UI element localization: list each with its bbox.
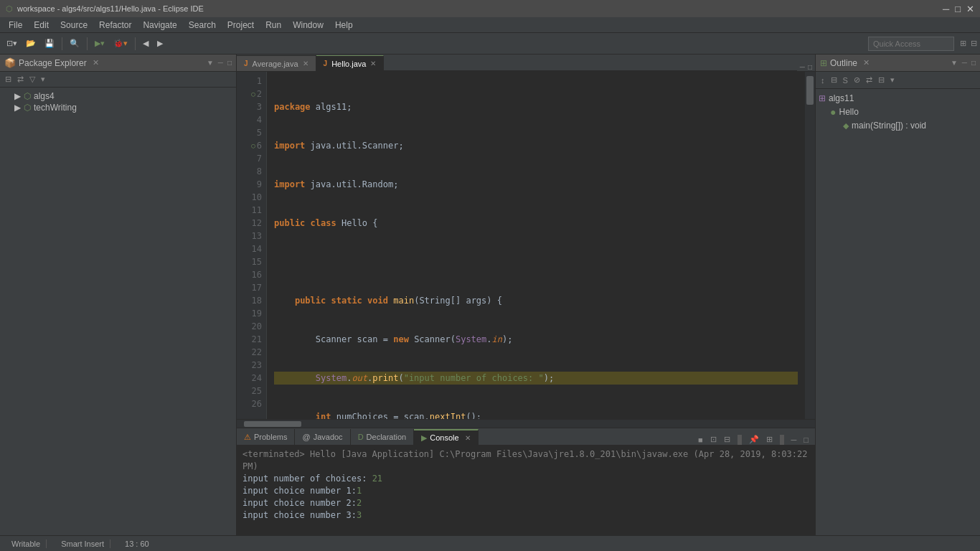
- code-content[interactable]: package algs11; import java.util.Scanner…: [267, 72, 805, 419]
- menu-project[interactable]: Project: [222, 19, 260, 32]
- tab-problems[interactable]: ⚠ Problems: [237, 429, 295, 445]
- package-explorer-icon: 📦: [4, 57, 16, 68]
- menu-refactor[interactable]: Refactor: [93, 19, 137, 32]
- console-new-btn[interactable]: ⊞: [764, 434, 775, 445]
- maximize-button[interactable]: □: [955, 4, 961, 14]
- console-maximize-btn[interactable]: □: [801, 435, 811, 445]
- outline-label: Outline: [830, 58, 857, 68]
- tab-hello-java[interactable]: J Hello.java ✕: [316, 55, 385, 71]
- console-stop-btn[interactable]: ■: [696, 435, 705, 445]
- fold-icon-6[interactable]: ○: [251, 139, 255, 152]
- console-close-icon[interactable]: ✕: [465, 434, 471, 442]
- menu-window[interactable]: Window: [287, 19, 329, 32]
- toolbar: ⊡▾ 📂 💾 🔍 ▶▾ 🐞▾ ◀ ▶ ⊞ ⊟: [0, 33, 980, 55]
- toolbar-new-btn[interactable]: ⊡▾: [3, 37, 21, 50]
- tab-javadoc[interactable]: @ Javadoc: [295, 429, 350, 445]
- tab-average-java[interactable]: J Average.java ✕: [237, 55, 316, 71]
- explorer-filter-btn[interactable]: ▽: [27, 74, 37, 85]
- console-pin-btn[interactable]: 📌: [747, 434, 761, 445]
- collapse-all-btn[interactable]: ⊟: [3, 74, 14, 85]
- explorer-toolbar: ⊟ ⇄ ▽ ▾: [0, 72, 236, 88]
- outline-maximize-btn[interactable]: □: [971, 59, 976, 67]
- outline-sort-btn[interactable]: ↕: [819, 75, 827, 85]
- console-output-line-1: input number of choices: 21: [242, 473, 809, 485]
- tree-item-algs4[interactable]: ▶ ⬡ algs4: [0, 90, 236, 102]
- outline-hide-nonpublic-btn[interactable]: ⊘: [852, 75, 862, 85]
- menu-bar: File Edit Source Refactor Navigate Searc…: [0, 17, 980, 33]
- outline-method-icon: ◆: [843, 121, 849, 131]
- panel-minimize-btn[interactable]: ─: [218, 59, 223, 67]
- bottom-panel: ⚠ Problems @ Javadoc D Declaration ▶ Con…: [237, 428, 815, 535]
- toolbar-next-btn[interactable]: ▶: [154, 37, 166, 50]
- menu-help[interactable]: Help: [329, 19, 359, 32]
- code-line-6: public static void main(String[] args) {: [274, 294, 798, 307]
- outline-class-icon: ●: [830, 106, 836, 118]
- vscroll-thumb[interactable]: [806, 76, 814, 105]
- title-bar: ⬡ workspace - algs4/src/algs11/Hello.jav…: [0, 0, 980, 17]
- toolbar-save-btn[interactable]: 💾: [41, 37, 58, 50]
- outline-collapse-btn[interactable]: ▼: [951, 59, 958, 67]
- toolbar-run-btn[interactable]: ▶▾: [91, 37, 108, 50]
- console-controls: ■ ⊡ ⊟ 📌 ⊞ ─ □: [692, 434, 815, 445]
- menu-edit[interactable]: Edit: [28, 19, 55, 32]
- toolbar-open-btn[interactable]: 📂: [22, 37, 39, 50]
- tab-console[interactable]: ▶ Console ✕: [414, 429, 478, 445]
- tab-declaration-label: Declaration: [367, 433, 407, 441]
- outline-pkg-icon: ⊞: [819, 93, 826, 103]
- toolbar-print-btn[interactable]: 🔍: [66, 37, 83, 50]
- code-line-4: public class Hello {: [274, 217, 798, 230]
- fold-icon-2[interactable]: ○: [251, 88, 255, 100]
- status-writable: Writable: [6, 540, 47, 548]
- outline-hide-static-btn[interactable]: S: [841, 75, 850, 85]
- code-editor: 1 ○2 3 4 5 ○6 7 8 9 10 11 12 13 14 15 16: [237, 72, 815, 419]
- editor-restore-btn[interactable]: □: [808, 63, 812, 71]
- panel-maximize-btn[interactable]: □: [227, 59, 232, 67]
- console-clear-btn[interactable]: ⊡: [708, 434, 719, 445]
- menu-navigate[interactable]: Navigate: [137, 19, 182, 32]
- console-minimize-btn[interactable]: ─: [789, 435, 799, 445]
- menu-file[interactable]: File: [3, 19, 28, 32]
- menu-source[interactable]: Source: [55, 19, 93, 32]
- left-panel: 📦 Package Explorer ✕ ▼ ─ □ ⊟ ⇄ ▽ ▾ ▶ ⬡ a…: [0, 55, 237, 535]
- menu-run[interactable]: Run: [260, 19, 287, 32]
- hscroll-thumb[interactable]: [244, 421, 301, 427]
- editor-maximize-btn[interactable]: ─: [800, 63, 805, 71]
- console-output-line-3: input choice number 2:2: [242, 497, 809, 509]
- tab-close-hello[interactable]: ✕: [370, 60, 376, 67]
- outline-collapse-all-btn[interactable]: ⊟: [876, 75, 887, 85]
- package-explorer-close[interactable]: ✕: [93, 58, 99, 67]
- editor-hscroll[interactable]: [237, 419, 815, 428]
- panel-collapse-btn[interactable]: ▼: [207, 59, 214, 67]
- toolbar-prev-btn[interactable]: ◀: [139, 37, 152, 50]
- outline-hide-fields-btn[interactable]: ⊟: [829, 75, 839, 85]
- outline-item-hello[interactable]: ● Hello: [816, 105, 980, 119]
- console-scroll-lock-btn[interactable]: ⊟: [722, 434, 732, 445]
- code-line-5: [274, 255, 798, 268]
- editor-tabs: J Average.java ✕ J Hello.java ✕ ─ □: [237, 55, 815, 72]
- link-editor-btn[interactable]: ⇄: [15, 74, 26, 85]
- explorer-menu-btn[interactable]: ▾: [39, 74, 47, 85]
- menu-search[interactable]: Search: [183, 19, 222, 32]
- outline-item-algs11[interactable]: ⊞ algs11: [816, 92, 980, 105]
- tab-declaration[interactable]: D Declaration: [351, 429, 415, 445]
- outline-close[interactable]: ✕: [863, 58, 870, 67]
- outline-sync-btn[interactable]: ⇄: [864, 75, 875, 85]
- outline-header: ⊞ Outline ✕ ▼ ─ □: [816, 55, 980, 72]
- package-explorer-header: 📦 Package Explorer ✕ ▼ ─ □: [0, 55, 236, 72]
- right-panel: ⊞ Outline ✕ ▼ ─ □ ↕ ⊟ S ⊘ ⇄ ⊟ ▾ ⊞ algs11…: [815, 55, 980, 535]
- code-line-9: int numChoices = scan.nextInt();: [274, 410, 798, 419]
- toolbar-debug-btn[interactable]: 🐞▾: [110, 37, 131, 50]
- tree-item-techwriting[interactable]: ▶ ⬡ techWriting: [0, 102, 236, 113]
- quick-access-input[interactable]: [868, 37, 954, 51]
- problems-icon: ⚠: [244, 433, 251, 442]
- outline-item-main[interactable]: ◆ main(String[]) : void: [816, 119, 980, 132]
- minimize-button[interactable]: ─: [943, 4, 949, 14]
- outline-menu-btn[interactable]: ▾: [888, 75, 897, 85]
- outline-label-hello: Hello: [839, 107, 858, 117]
- workspace-icon: ⬡: [6, 4, 13, 14]
- close-button[interactable]: ✕: [966, 4, 974, 14]
- console-content: <terminated> Hello [Java Application] C:…: [237, 446, 815, 535]
- outline-minimize-btn[interactable]: ─: [962, 59, 967, 67]
- editor-vscroll[interactable]: [805, 72, 815, 419]
- tab-close-average[interactable]: ✕: [303, 60, 308, 67]
